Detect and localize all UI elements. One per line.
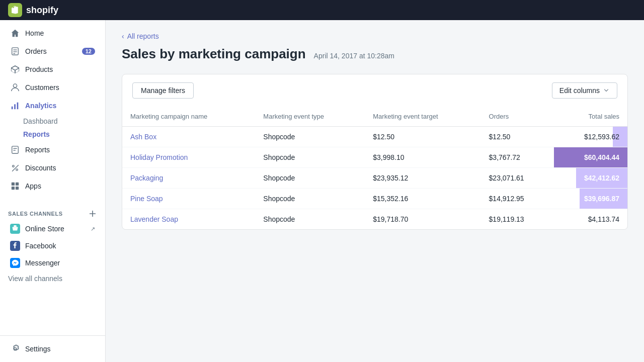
chevron-left-icon: ‹ <box>122 32 124 40</box>
campaign-name-link[interactable]: Holiday Promotion <box>130 153 188 161</box>
sidebar-item-customers[interactable]: Customers <box>2 78 103 97</box>
svg-rect-7 <box>14 104 16 109</box>
event-type-cell: Shopcode <box>255 127 365 147</box>
orders-cell: $23,071.61 <box>481 168 554 189</box>
sidebar-channel-online-store[interactable]: Online Store ↗ <box>2 220 103 237</box>
campaign-name-link[interactable]: Lavender Soap <box>130 215 178 223</box>
event-target-cell: $23,935.12 <box>365 168 480 189</box>
event-target-cell: $19,718.70 <box>365 209 480 230</box>
event-type-cell: Shopcode <box>255 147 365 168</box>
shopify-logo-icon <box>8 3 22 17</box>
analytics-icon <box>10 101 20 111</box>
col-header-event-type: Marketing event type <box>255 107 365 127</box>
total-sales-value: $42,412.62 <box>554 168 627 188</box>
svg-rect-16 <box>12 187 15 190</box>
campaign-name-link[interactable]: Ash Box <box>130 133 156 141</box>
edit-columns-button[interactable]: Edit columns <box>552 82 617 99</box>
svg-rect-14 <box>12 183 15 186</box>
logo[interactable]: shopify <box>8 3 58 17</box>
report-table: Marketing campaign name Marketing event … <box>122 107 627 229</box>
orders-cell: $3,767.72 <box>481 147 554 168</box>
view-all-channels[interactable]: View all channels <box>0 272 105 286</box>
svg-rect-17 <box>16 187 19 190</box>
manage-filters-button[interactable]: Manage filters <box>132 82 194 99</box>
campaign-name-link[interactable]: Pine Soap <box>130 195 163 203</box>
event-target-cell: $3,998.10 <box>365 147 480 168</box>
campaign-name-link[interactable]: Packaging <box>130 174 163 182</box>
add-channel-icon[interactable] <box>88 209 97 218</box>
event-target-cell: $12.50 <box>365 127 480 147</box>
total-sales-value: $12,593.62 <box>554 127 627 147</box>
svg-point-5 <box>13 84 17 87</box>
sidebar-item-settings[interactable]: Settings <box>2 340 103 358</box>
reports-icon <box>10 145 20 155</box>
online-store-channel-icon <box>10 224 20 234</box>
table-row: Pine SoapShopcode$15,352.16$14,912.95$39… <box>122 189 627 209</box>
sidebar-channel-facebook[interactable]: Facebook <box>2 237 103 254</box>
event-target-cell: $15,352.16 <box>365 189 480 209</box>
table-row: Holiday PromotionShopcode$3,998.10$3,767… <box>122 147 627 168</box>
sales-channels-title: SALES CHANNELS <box>0 203 105 220</box>
total-sales-cell: $4,113.74 <box>554 209 627 230</box>
col-header-event-target: Marketing event target <box>365 107 480 127</box>
home-icon <box>10 28 20 38</box>
orders-badge: 12 <box>82 48 95 55</box>
breadcrumb[interactable]: ‹ All reports <box>122 32 628 40</box>
sidebar-item-discounts[interactable]: Discounts <box>2 159 103 177</box>
facebook-channel-icon <box>10 241 20 251</box>
table-row: Lavender SoapShopcode$19,718.70$19,119.1… <box>122 209 627 230</box>
chevron-down-icon <box>603 87 610 94</box>
discounts-icon <box>10 163 20 173</box>
svg-rect-9 <box>12 146 19 153</box>
sidebar-item-products[interactable]: Products <box>2 60 103 78</box>
sidebar-item-apps[interactable]: Apps <box>2 177 103 195</box>
orders-cell: $19,119.13 <box>481 209 554 230</box>
settings-icon <box>10 344 20 354</box>
sidebar-item-orders[interactable]: Orders 12 <box>2 42 103 60</box>
svg-rect-8 <box>17 103 19 110</box>
products-icon <box>10 64 20 74</box>
event-type-cell: Shopcode <box>255 168 365 189</box>
event-type-cell: Shopcode <box>255 189 365 209</box>
col-header-campaign-name: Marketing campaign name <box>122 107 255 127</box>
customers-icon <box>10 82 20 93</box>
orders-icon <box>10 46 20 56</box>
total-sales-cell: $60,404.44 <box>554 147 627 168</box>
table-row: Ash BoxShopcode$12.50$12.50$12,593.62 <box>122 127 627 147</box>
sidebar-sub-item-dashboard[interactable]: Dashboard <box>0 115 105 128</box>
sidebar-sub-item-reports[interactable]: Reports <box>0 128 105 141</box>
card-toolbar: Manage filters Edit columns <box>122 74 627 107</box>
orders-cell: $14,912.95 <box>481 189 554 209</box>
event-type-cell: Shopcode <box>255 209 365 230</box>
logo-text: shopify <box>26 5 58 16</box>
total-sales-value: $60,404.44 <box>554 147 627 167</box>
total-sales-value: $39,696.87 <box>554 189 627 209</box>
messenger-channel-icon <box>10 258 20 268</box>
topbar: shopify <box>0 0 644 20</box>
svg-rect-6 <box>12 107 13 109</box>
sidebar: Home Orders 12 Products <box>0 20 106 362</box>
page-subtitle: April 14, 2017 at 10:28am <box>314 52 394 60</box>
external-link-icon: ↗ <box>91 226 95 232</box>
total-sales-cell: $39,696.87 <box>554 189 627 209</box>
svg-rect-15 <box>16 183 19 186</box>
svg-point-13 <box>16 169 18 171</box>
col-header-total-sales: Total sales <box>554 107 627 127</box>
report-card: Manage filters Edit columns Marketing ca… <box>122 74 628 230</box>
main-content: ‹ All reports Sales by marketing campaig… <box>106 20 644 362</box>
svg-point-12 <box>13 165 15 167</box>
orders-cell: $12.50 <box>481 127 554 147</box>
apps-icon <box>10 181 20 191</box>
col-header-orders: Orders <box>481 107 554 127</box>
sidebar-item-home[interactable]: Home <box>2 24 103 42</box>
total-sales-value: $4,113.74 <box>554 209 627 229</box>
total-sales-cell: $42,412.62 <box>554 168 627 189</box>
total-sales-cell: $12,593.62 <box>554 127 627 147</box>
sidebar-item-reports[interactable]: Reports <box>2 141 103 159</box>
sidebar-channel-messenger[interactable]: Messenger <box>2 254 103 272</box>
page-header: Sales by marketing campaign April 14, 20… <box>122 46 628 62</box>
page-title: Sales by marketing campaign <box>122 46 306 62</box>
table-row: PackagingShopcode$23,935.12$23,071.61$42… <box>122 168 627 189</box>
sidebar-item-analytics[interactable]: Analytics <box>2 97 103 115</box>
